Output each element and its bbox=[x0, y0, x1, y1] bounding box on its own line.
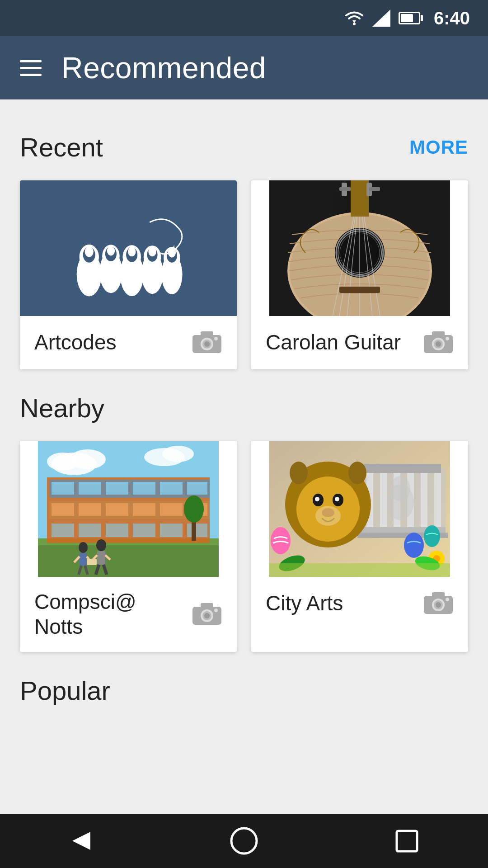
svg-point-122 bbox=[290, 462, 308, 484]
city-arts-card-image bbox=[251, 441, 468, 577]
svg-point-56 bbox=[47, 453, 79, 471]
svg-rect-26 bbox=[201, 331, 213, 337]
svg-marker-140 bbox=[72, 832, 90, 850]
svg-rect-72 bbox=[106, 503, 128, 516]
recent-section-title: Recent bbox=[20, 132, 103, 162]
svg-rect-79 bbox=[133, 524, 155, 537]
status-time: 6:40 bbox=[434, 8, 470, 28]
camera-icon bbox=[423, 329, 454, 355]
battery-icon bbox=[399, 12, 420, 24]
svg-rect-85 bbox=[80, 553, 87, 566]
svg-point-17 bbox=[148, 247, 156, 256]
svg-rect-66 bbox=[133, 482, 155, 495]
svg-rect-77 bbox=[79, 524, 101, 537]
compsci-notts-card-info: Compsci@Notts bbox=[20, 577, 237, 652]
svg-point-83 bbox=[184, 495, 204, 523]
nearby-section-header: Nearby bbox=[20, 393, 468, 423]
guitar-visual bbox=[251, 180, 468, 316]
nearby-cards-grid: Compsci@Notts bbox=[20, 441, 468, 652]
svg-rect-65 bbox=[106, 482, 128, 495]
svg-point-100 bbox=[204, 613, 210, 618]
recent-cards-grid: Artcodes bbox=[20, 180, 468, 369]
svg-rect-105 bbox=[364, 464, 441, 473]
recents-button[interactable] bbox=[389, 823, 425, 859]
svg-point-118 bbox=[315, 497, 319, 501]
svg-rect-51 bbox=[432, 331, 445, 337]
svg-rect-107 bbox=[380, 473, 387, 527]
svg-point-123 bbox=[348, 462, 366, 484]
svg-point-121 bbox=[315, 506, 341, 526]
back-button[interactable] bbox=[63, 823, 99, 859]
signal-icon bbox=[372, 9, 390, 27]
back-icon bbox=[68, 827, 95, 854]
svg-point-27 bbox=[214, 337, 218, 340]
svg-rect-70 bbox=[52, 503, 74, 516]
svg-point-90 bbox=[96, 539, 106, 551]
svg-rect-142 bbox=[397, 831, 417, 851]
svg-rect-76 bbox=[52, 524, 74, 537]
svg-rect-73 bbox=[133, 503, 155, 516]
home-button[interactable] bbox=[226, 823, 262, 859]
artcodes-card-image bbox=[20, 180, 237, 316]
carolan-guitar-card[interactable]: Carolan Guitar bbox=[251, 180, 468, 369]
svg-rect-138 bbox=[432, 592, 445, 598]
svg-point-5 bbox=[85, 246, 94, 257]
svg-rect-67 bbox=[160, 482, 183, 495]
svg-point-137 bbox=[436, 602, 441, 608]
svg-point-25 bbox=[204, 341, 210, 347]
building-visual bbox=[20, 441, 237, 577]
svg-rect-80 bbox=[160, 524, 183, 537]
svg-point-139 bbox=[446, 598, 449, 601]
svg-point-13 bbox=[128, 247, 136, 256]
camera-icon bbox=[423, 590, 454, 616]
svg-rect-101 bbox=[201, 603, 213, 609]
svg-point-0 bbox=[353, 23, 356, 25]
carolan-guitar-card-name: Carolan Guitar bbox=[266, 330, 401, 355]
compsci-notts-card-name: Compsci@Notts bbox=[34, 590, 136, 639]
svg-rect-68 bbox=[187, 482, 207, 495]
carolan-guitar-camera-button[interactable] bbox=[423, 329, 454, 357]
svg-point-102 bbox=[214, 609, 218, 612]
app-bar: Recommended bbox=[0, 36, 488, 99]
svg-point-9 bbox=[107, 246, 115, 255]
hamburger-menu-icon[interactable] bbox=[20, 60, 42, 76]
city-arts-card-info: City Arts bbox=[251, 577, 468, 630]
artcodes-card-name: Artcodes bbox=[34, 330, 117, 355]
svg-point-52 bbox=[446, 337, 449, 340]
camera-icon bbox=[192, 329, 222, 355]
svg-point-125 bbox=[404, 533, 424, 558]
recents-icon bbox=[394, 829, 419, 854]
compsci-notts-card[interactable]: Compsci@Notts bbox=[20, 441, 237, 652]
artcodes-camera-button[interactable] bbox=[192, 329, 222, 357]
svg-rect-110 bbox=[421, 473, 427, 527]
svg-rect-46 bbox=[369, 187, 380, 191]
svg-rect-81 bbox=[187, 524, 207, 537]
status-bar: 6:40 bbox=[0, 0, 488, 36]
artcodes-card[interactable]: Artcodes bbox=[20, 180, 237, 369]
svg-point-133 bbox=[390, 476, 410, 501]
carolan-guitar-card-info: Carolan Guitar bbox=[251, 316, 468, 369]
popular-section-header: Popular bbox=[20, 675, 468, 706]
svg-point-126 bbox=[424, 525, 440, 547]
carolan-guitar-card-image bbox=[251, 180, 468, 316]
city-arts-camera-button[interactable] bbox=[423, 590, 454, 618]
penguin-drawing bbox=[31, 187, 226, 309]
svg-rect-41 bbox=[339, 287, 380, 293]
svg-rect-91 bbox=[97, 551, 105, 565]
city-arts-card[interactable]: City Arts bbox=[251, 441, 468, 652]
recent-section-header: Recent MORE bbox=[20, 132, 468, 162]
compsci-notts-camera-button[interactable] bbox=[192, 600, 222, 628]
svg-rect-59 bbox=[38, 541, 219, 577]
svg-rect-63 bbox=[52, 482, 74, 495]
city-arts-visual bbox=[251, 441, 468, 577]
svg-marker-1 bbox=[372, 9, 390, 27]
svg-rect-42 bbox=[351, 180, 369, 217]
main-content: Recent MORE bbox=[0, 99, 488, 706]
recent-more-link[interactable]: MORE bbox=[409, 137, 468, 158]
popular-section-title: Popular bbox=[20, 676, 110, 705]
compsci-notts-card-image bbox=[20, 441, 237, 577]
page-title: Recommended bbox=[61, 51, 266, 85]
artcodes-card-info: Artcodes bbox=[20, 316, 237, 369]
svg-rect-111 bbox=[434, 473, 441, 527]
svg-rect-78 bbox=[106, 524, 128, 537]
